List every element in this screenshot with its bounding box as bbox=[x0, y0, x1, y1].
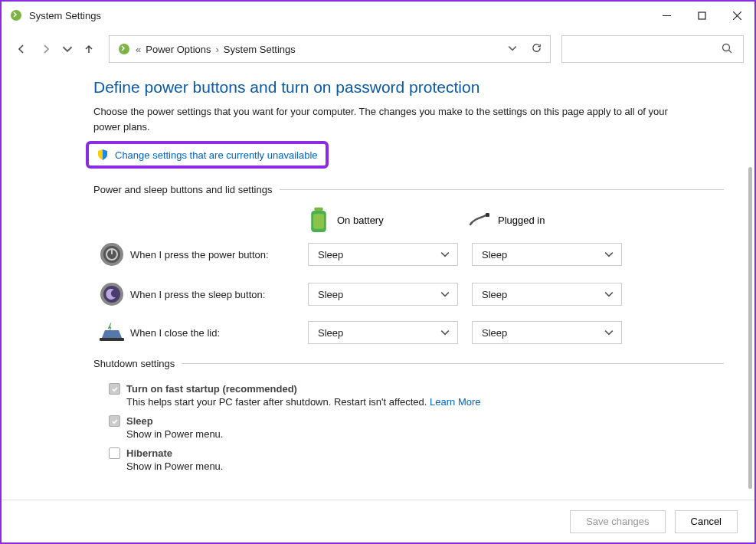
learn-more-link[interactable]: Learn More bbox=[430, 396, 480, 408]
close-button[interactable] bbox=[719, 2, 754, 29]
shutdown-sleep: Sleep Show in Power menu. bbox=[109, 415, 724, 440]
address-bar[interactable]: « Power Options › System Settings bbox=[109, 35, 551, 63]
fast-startup-checkbox[interactable] bbox=[109, 383, 120, 395]
sleep-button-plugged-select[interactable]: Sleep bbox=[472, 283, 622, 306]
setting-power-button: When I press the power button: Sleep Sle… bbox=[93, 241, 724, 267]
svg-rect-18 bbox=[100, 338, 124, 341]
section-power-sleep: Power and sleep buttons and lid settings bbox=[93, 184, 724, 195]
shutdown-hibernate: Hibernate Show in Power menu. bbox=[109, 447, 724, 472]
hibernate-checkbox[interactable] bbox=[109, 447, 120, 459]
page-description: Choose the power settings that you want … bbox=[93, 104, 676, 135]
titlebar: System Settings bbox=[2, 2, 754, 29]
laptop-lid-icon bbox=[93, 321, 130, 344]
setting-close-lid: When I close the lid: Sleep Sleep bbox=[93, 321, 724, 344]
toolbar: « Power Options › System Settings bbox=[2, 29, 754, 69]
chevron-right-icon: › bbox=[216, 44, 219, 55]
scrollbar[interactable] bbox=[743, 75, 752, 493]
svg-line-7 bbox=[729, 50, 732, 53]
svg-rect-11 bbox=[486, 213, 489, 217]
search-icon bbox=[722, 43, 732, 56]
window-title: System Settings bbox=[29, 10, 649, 21]
minimize-button[interactable] bbox=[649, 2, 684, 29]
up-button[interactable] bbox=[80, 40, 98, 58]
shutdown-fast-startup: Turn on fast startup (recommended) This … bbox=[109, 383, 724, 408]
app-icon bbox=[9, 8, 23, 22]
content-area: Define power buttons and turn on passwor… bbox=[2, 69, 754, 500]
cancel-button[interactable]: Cancel bbox=[675, 510, 738, 533]
column-header-plugged: Plugged in bbox=[469, 209, 630, 231]
battery-icon bbox=[308, 209, 329, 231]
change-settings-link[interactable]: Change settings that are currently unava… bbox=[86, 141, 329, 169]
recent-dropdown[interactable] bbox=[61, 40, 74, 58]
power-button-battery-select[interactable]: Sleep bbox=[308, 243, 458, 266]
column-header-battery: On battery bbox=[308, 209, 469, 231]
bottom-bar: Save changes Cancel bbox=[2, 500, 754, 542]
breadcrumb-item[interactable]: System Settings bbox=[224, 44, 296, 55]
section-shutdown: Shutdown settings bbox=[93, 358, 724, 369]
close-lid-battery-select[interactable]: Sleep bbox=[308, 321, 458, 344]
forward-button[interactable] bbox=[37, 40, 55, 58]
sleep-button-icon bbox=[93, 281, 130, 307]
close-lid-plugged-select[interactable]: Sleep bbox=[472, 321, 622, 344]
breadcrumb-prefix: « bbox=[136, 44, 141, 55]
refresh-button[interactable] bbox=[531, 42, 542, 56]
breadcrumb-item[interactable]: Power Options bbox=[146, 44, 211, 55]
shield-icon bbox=[97, 149, 109, 161]
svg-rect-8 bbox=[314, 207, 322, 210]
svg-rect-2 bbox=[699, 12, 705, 19]
search-box[interactable] bbox=[561, 35, 744, 63]
power-button-plugged-select[interactable]: Sleep bbox=[472, 243, 622, 266]
page-title: Define power buttons and turn on passwor… bbox=[93, 78, 724, 97]
sleep-button-battery-select[interactable]: Sleep bbox=[308, 283, 458, 306]
setting-sleep-button: When I press the sleep button: Sleep Sle… bbox=[93, 281, 724, 307]
maximize-button[interactable] bbox=[684, 2, 719, 29]
svg-point-6 bbox=[723, 44, 730, 51]
power-button-icon bbox=[93, 241, 130, 267]
location-icon bbox=[117, 42, 131, 56]
plug-icon bbox=[469, 209, 490, 231]
save-changes-button[interactable]: Save changes bbox=[570, 510, 665, 533]
sleep-checkbox[interactable] bbox=[109, 415, 120, 427]
back-button[interactable] bbox=[12, 40, 31, 58]
svg-rect-10 bbox=[313, 214, 324, 229]
address-dropdown[interactable] bbox=[508, 44, 517, 55]
